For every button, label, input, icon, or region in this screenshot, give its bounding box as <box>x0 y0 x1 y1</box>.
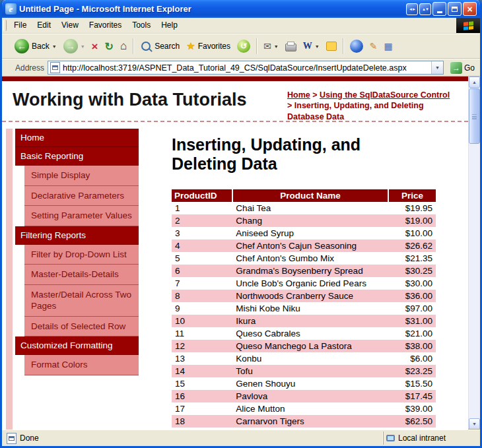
search-button[interactable]: Search <box>137 39 182 53</box>
product-cell: Konbu <box>232 352 388 365</box>
title-bar[interactable]: e Untitled Page - Microsoft Internet Exp… <box>2 0 480 18</box>
mail-icon: ✉ <box>263 41 271 51</box>
discuss-button[interactable] <box>324 40 339 52</box>
go-button[interactable]: → Go <box>447 62 478 74</box>
sidebar-item-master-details-details[interactable]: Master-Details-Details <box>24 265 139 285</box>
sidebar-item-declarative-parameters[interactable]: Declarative Parameters <box>24 186 139 207</box>
product-cell: 13 <box>172 352 232 365</box>
print-icon <box>285 44 296 51</box>
messenger-button[interactable] <box>347 38 366 54</box>
research-button[interactable]: ▦ <box>381 40 395 53</box>
product-row: 16Pavlova$17.45 <box>172 390 436 402</box>
address-bar: Address ▼ → Go <box>2 59 480 77</box>
home-button[interactable]: ⌂ <box>118 38 129 54</box>
breadcrumb-using-the-sqldatasource-control[interactable]: Using the SqlDataSource Control <box>320 90 450 100</box>
word-dropdown-icon[interactable]: ▼ <box>315 44 320 49</box>
toolbar-separator <box>133 38 134 54</box>
window-extra-button-2[interactable]: ▲▼ <box>419 3 431 15</box>
menu-view[interactable]: View <box>56 18 84 33</box>
favorites-button[interactable]: ★ Favorites <box>184 39 233 53</box>
sidebar-item-home[interactable]: Home <box>15 129 139 147</box>
products-table-body: 1Chai Tea$19.952Chang$19.003Aniseed Syru… <box>172 202 436 428</box>
menubar-grip[interactable] <box>3 20 7 31</box>
address-input[interactable] <box>63 63 429 73</box>
edit-page-button[interactable]: ✎ <box>367 40 380 53</box>
search-icon <box>141 42 151 51</box>
product-cell: Chef Anton's Cajun Seasoning <box>232 240 388 252</box>
media-button[interactable]: ↺ <box>234 38 253 54</box>
menu-items: FileEditViewFavoritesToolsHelp <box>9 18 183 33</box>
products-table: ProductIDProduct NamePrice 1Chai Tea$19.… <box>172 189 436 428</box>
product-cell: 14 <box>172 365 232 377</box>
product-cell: $17.45 <box>388 390 436 402</box>
scroll-down-button[interactable]: ▼ <box>469 418 480 430</box>
internet-explorer-icon: e <box>5 3 17 15</box>
address-box: ▼ <box>48 61 444 75</box>
product-cell: $97.00 <box>388 302 436 315</box>
sidebar-item-basic-reporting[interactable]: Basic Reporting <box>15 147 139 166</box>
vertical-scrollbar[interactable]: ▲ ▼ <box>468 77 480 430</box>
toolbar-separator <box>343 38 344 54</box>
product-cell: 10 <box>172 315 232 327</box>
zone-text: Local intranet <box>398 433 446 443</box>
product-cell: $6.00 <box>388 352 436 365</box>
status-text: Done <box>20 433 39 443</box>
sidebar-item-details-of-selected-row[interactable]: Details of Selected Row <box>24 317 139 337</box>
pencil-icon: ✎ <box>370 41 378 51</box>
back-button[interactable]: ← Back ▼ <box>12 38 59 55</box>
edit-with-word-button[interactable]: W ▼ <box>300 40 322 53</box>
mail-button[interactable]: ✉ ▼ <box>261 40 281 53</box>
menu-file[interactable]: File <box>9 18 32 33</box>
product-cell: $21.35 <box>388 252 436 265</box>
sidebar-item-format-colors[interactable]: Format Colors <box>24 355 139 375</box>
product-row: 2Chang$19.00 <box>172 214 436 227</box>
product-cell: $19.95 <box>388 202 436 214</box>
scroll-up-button[interactable]: ▲ <box>469 77 480 88</box>
scrollbar-track[interactable] <box>469 88 480 418</box>
scrollbar-thumb[interactable] <box>469 88 480 144</box>
close-button[interactable]: × <box>463 2 477 16</box>
mail-dropdown-icon[interactable]: ▼ <box>274 44 279 49</box>
product-row: 14Tofu$23.25 <box>172 365 436 377</box>
product-row: 13Konbu$6.00 <box>172 352 436 365</box>
forward-button[interactable]: → ▼ <box>61 38 88 55</box>
left-gutter-stripe <box>6 129 13 430</box>
sidebar-item-setting-parameter-values[interactable]: Setting Parameter Values <box>24 206 139 226</box>
column-header-price: Price <box>388 189 436 202</box>
product-cell: Queso Cabrales <box>232 327 388 340</box>
address-dropdown-button[interactable]: ▼ <box>431 61 443 74</box>
refresh-button[interactable]: ↻ <box>102 39 116 54</box>
product-row: 15Genen Shouyu$15.50 <box>172 377 436 390</box>
minimize-button[interactable] <box>432 2 446 16</box>
sidebar-item-master-detail-across-two-pages[interactable]: Master/Detail Across Two Pages <box>24 285 139 317</box>
search-label: Search <box>155 42 180 51</box>
product-cell: Aniseed Syrup <box>232 227 388 240</box>
print-button[interactable] <box>283 40 299 53</box>
menu-help[interactable]: Help <box>156 18 183 33</box>
product-row: 11Queso Cabrales$21.00 <box>172 327 436 340</box>
discuss-icon <box>326 42 337 51</box>
sidebar-item-filtering-reports[interactable]: Filtering Reports <box>15 226 139 245</box>
product-cell: $62.50 <box>388 415 436 428</box>
product-cell: 15 <box>172 377 232 390</box>
window-extra-button-1[interactable]: ◄► <box>406 3 418 15</box>
product-cell: 7 <box>172 277 232 290</box>
menu-favorites[interactable]: Favorites <box>84 18 127 33</box>
product-row: 7Uncle Bob's Organic Dried Pears$30.00 <box>172 277 436 290</box>
product-cell: $30.25 <box>388 265 436 277</box>
refresh-icon: ↻ <box>105 40 114 53</box>
status-bar: Done Local intranet <box>2 430 480 446</box>
breadcrumb: Home > Using the SqlDataSource Control >… <box>287 90 456 122</box>
maximize-button[interactable] <box>448 2 462 16</box>
sidebar-item-simple-display[interactable]: Simple Display <box>24 166 139 186</box>
product-cell: Alice Mutton <box>232 402 388 415</box>
products-table-header-row: ProductIDProduct NamePrice <box>172 189 436 202</box>
sidebar-item-customized-formatting[interactable]: Customized Formatting <box>15 336 139 355</box>
menu-tools[interactable]: Tools <box>127 18 156 33</box>
breadcrumb-home[interactable]: Home <box>287 90 310 100</box>
back-dropdown-icon[interactable]: ▼ <box>52 44 57 49</box>
menu-edit[interactable]: Edit <box>32 18 56 33</box>
sidebar-item-filter-by-drop-down-list[interactable]: Filter by Drop-Down List <box>24 245 139 265</box>
site-title: Working with Data Tutorials <box>13 90 283 110</box>
stop-button[interactable]: × <box>89 40 101 53</box>
